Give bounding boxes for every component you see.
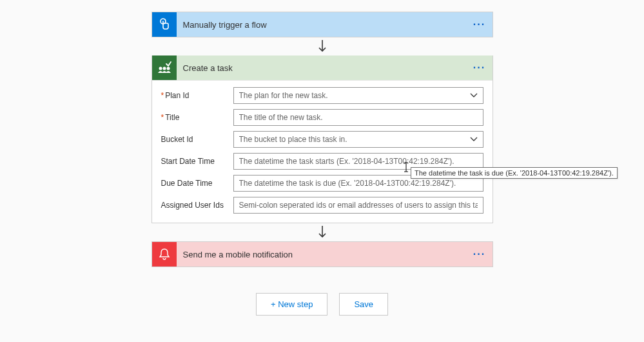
svg-point-3 (162, 67, 166, 70)
tooltip: The datetime the task is due (Ex. '2018-… (411, 167, 618, 179)
save-button[interactable]: Save (339, 293, 388, 316)
bucket-id-select[interactable] (233, 131, 483, 148)
field-label-title: *Title (161, 113, 233, 122)
notify-header[interactable]: Send me a mobile notification ··· (152, 242, 493, 267)
action-more-button[interactable]: ··· (467, 62, 493, 74)
plan-id-select[interactable] (233, 87, 483, 104)
touch-icon (152, 12, 177, 37)
connector-arrow (151, 223, 493, 241)
trigger-header[interactable]: Manually trigger a flow ··· (152, 12, 493, 37)
planner-icon (152, 55, 177, 80)
trigger-title: Manually trigger a flow (177, 20, 467, 30)
action-title: Create a task (177, 63, 467, 73)
field-label-bucket-id: Bucket Id (161, 135, 233, 144)
field-label-due-date: Due Date Time (161, 179, 233, 188)
trigger-more-button[interactable]: ··· (467, 19, 493, 30)
trigger-card: Manually trigger a flow ··· (151, 12, 493, 37)
notify-more-button[interactable]: ··· (467, 248, 493, 260)
notify-card: Send me a mobile notification ··· (151, 241, 493, 267)
field-label-plan-id: *Plan Id (161, 91, 233, 100)
action-body: *Plan Id *Title Bucket Id (152, 80, 493, 223)
field-label-start-date: Start Date Time (161, 157, 233, 166)
field-label-assigned: Assigned User Ids (161, 201, 233, 210)
notify-title: Send me a mobile notification (177, 250, 467, 259)
new-step-button[interactable]: + New step (256, 293, 327, 316)
field-row-plan-id: *Plan Id (161, 87, 483, 104)
bell-icon (152, 242, 177, 267)
svg-point-4 (166, 67, 170, 70)
action-card: Create a task ··· *Plan Id *Title (151, 55, 493, 223)
svg-point-2 (159, 67, 162, 70)
field-row-assigned: Assigned User Ids (161, 197, 483, 214)
assigned-user-ids-input[interactable] (233, 197, 483, 214)
field-row-bucket-id: Bucket Id (161, 131, 483, 148)
field-row-title: *Title (161, 109, 483, 126)
bottom-buttons: + New step Save (256, 293, 388, 316)
action-header[interactable]: Create a task ··· (152, 55, 493, 80)
connector-arrow (151, 37, 493, 55)
title-input[interactable] (233, 109, 483, 126)
